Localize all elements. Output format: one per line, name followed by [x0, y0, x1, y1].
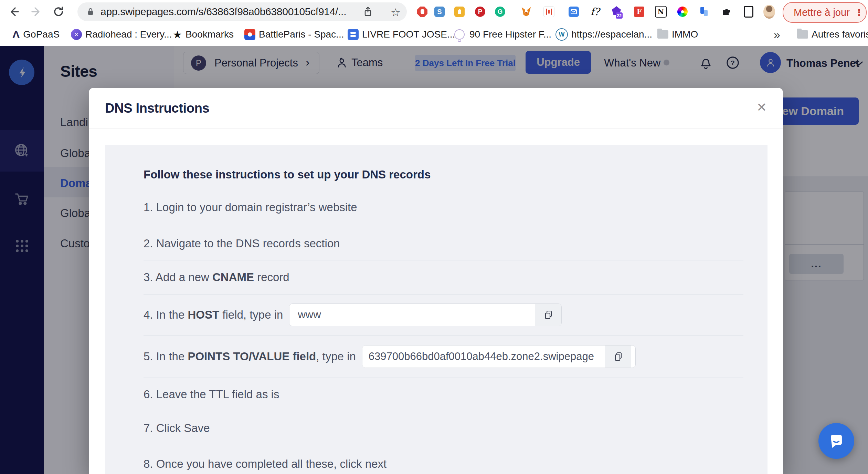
pinterest-extension-icon[interactable]: P: [474, 6, 486, 18]
dark-rect-extension-icon[interactable]: [743, 6, 754, 18]
back-icon[interactable]: [6, 4, 21, 19]
browser-profile-avatar[interactable]: [763, 6, 775, 18]
bookmark-radiohead[interactable]: ✕ Radiohead : Every...: [71, 23, 172, 45]
intercom-chat-button[interactable]: [818, 423, 854, 459]
chat-icon: [827, 432, 846, 450]
step-row-7: 7. Click Save: [144, 411, 743, 445]
yellow-extension-icon[interactable]: [454, 6, 465, 18]
dns-instructions-modal: DNS Instructions ✕ Follow these instruct…: [89, 88, 783, 474]
step-row-2: 2. Navigate to the DNS records section: [144, 227, 743, 260]
lightbulb-icon: [454, 29, 465, 40]
bookmarks-overflow-chevron[interactable]: »: [774, 23, 780, 45]
wordpress-icon: W: [555, 28, 568, 41]
bookmark-gopaas[interactable]: Λ GoPaaS: [12, 23, 60, 45]
reload-icon[interactable]: [51, 4, 66, 19]
copy-points-button[interactable]: [605, 346, 631, 368]
livre-foot-icon: [348, 29, 359, 40]
color-wheel-extension-icon[interactable]: [677, 6, 688, 18]
share-icon[interactable]: [362, 6, 373, 17]
grammarly-extension-icon[interactable]: G: [494, 6, 506, 18]
s-blue-extension-icon[interactable]: S: [434, 6, 445, 18]
modal-title: DNS Instructions: [105, 101, 209, 116]
close-icon[interactable]: ✕: [753, 98, 771, 116]
step-row-1: 1. Login to your domain registrar’s webs…: [144, 188, 743, 227]
host-input[interactable]: [289, 304, 535, 326]
bookmark-bookmarks[interactable]: ★ Bookmarks: [173, 23, 234, 45]
chrome-update-button[interactable]: Mettre à jour ⋮: [783, 2, 867, 23]
blue-shapes-extension-icon[interactable]: [699, 6, 710, 18]
points-to-input[interactable]: [362, 346, 605, 368]
points-input-group: [362, 345, 636, 368]
notion-extension-icon[interactable]: N: [655, 6, 667, 18]
browser-toolbar: app.swipepages.com/s/63863f98a0b63800105…: [0, 0, 868, 23]
bookmark-espacelan[interactable]: W https://espacelan...: [555, 23, 652, 45]
feedly-f-extension-icon[interactable]: F: [633, 6, 645, 18]
red-bars-extension-icon[interactable]: [543, 6, 555, 18]
step-row-6: 6. Leave the TTL field as is: [144, 378, 743, 411]
host-input-group: [289, 303, 562, 326]
extension-badge: 22: [616, 12, 623, 19]
purple-badge-extension-icon[interactable]: 22: [611, 6, 622, 18]
bookmarks-bar: Λ GoPaaS ✕ Radiohead : Every... ★ Bookma…: [0, 23, 868, 46]
copy-host-button[interactable]: [535, 304, 561, 326]
copy-icon: [613, 351, 624, 362]
url-text: app.swipepages.com/s/63863f98a0b63800105…: [100, 6, 346, 18]
step-row-4: 4. In the HOST field, type in: [144, 295, 743, 336]
gopaas-icon: Λ: [12, 28, 20, 41]
font-question-extension-icon[interactable]: f?: [589, 6, 601, 18]
lock-icon: [86, 7, 95, 17]
other-favorites[interactable]: Autres favoris: [797, 23, 868, 45]
bookmark-folder-immo[interactable]: IMMO: [657, 23, 698, 45]
folder-icon: [657, 30, 668, 39]
browser-menu-icon[interactable]: ⋮: [855, 7, 864, 18]
copy-icon: [543, 309, 554, 320]
mail-extension-icon[interactable]: [568, 6, 580, 18]
bookmark-livre-foot[interactable]: LIVRE FOOT JOSE...: [348, 23, 455, 45]
radiohead-icon: ✕: [71, 29, 82, 40]
address-bar[interactable]: app.swipepages.com/s/63863f98a0b63800105…: [77, 2, 407, 21]
update-label: Mettre à jour: [794, 7, 850, 18]
step-row-3: 3. Add a new CNAME record: [144, 260, 743, 295]
forward-icon[interactable]: [29, 4, 44, 19]
puzzle-extension-icon[interactable]: [721, 6, 732, 18]
instructions-heading: Follow these instructions to set up your…: [144, 168, 743, 181]
folder-icon: [797, 30, 808, 39]
adblock-extension-icon[interactable]: [416, 6, 428, 18]
battleparis-icon: [244, 29, 255, 40]
bookmark-star-icon[interactable]: ☆: [391, 6, 401, 19]
dns-instructions-panel: Follow these instructions to set up your…: [105, 145, 768, 474]
modal-header-divider: [89, 128, 783, 128]
metamask-extension-icon[interactable]: [520, 6, 532, 18]
bookmark-battleparis[interactable]: BattleParis - Spac...: [244, 23, 344, 45]
bookmark-hipster-fonts[interactable]: 90 Free Hipster F...: [454, 23, 551, 45]
step-row-5: 5. In the POINTS TO/VALUE field, type in: [144, 336, 743, 378]
star-icon: ★: [173, 29, 182, 41]
step-row-8: 8. Once you have completed all these, cl…: [144, 445, 743, 474]
screen: app.swipepages.com/s/63863f98a0b63800105…: [0, 0, 868, 474]
